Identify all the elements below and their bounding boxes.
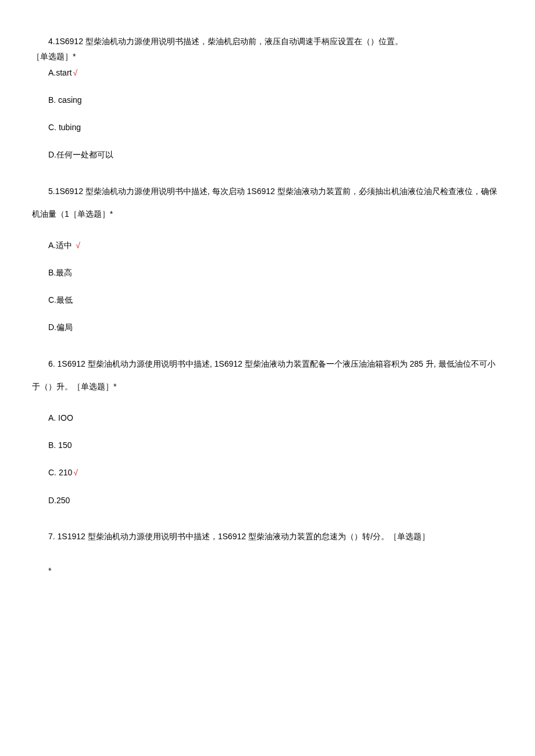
question-4: 4.1S6912 型柴油机动力源使用说明书描述，柴油机启动前，液压自动调速手柄应… <box>32 35 503 163</box>
correct-mark: √ <box>73 468 78 477</box>
option-a: A. IOO <box>32 411 503 425</box>
option-d: D.任何一处都可以 <box>32 148 503 162</box>
question-type-tag: ［单选题］* <box>32 50 503 63</box>
question-6: 6. 1S6912 型柴油机动力源使用说明书中描述, 1S6912 型柴油液动力… <box>32 353 503 508</box>
option-c: C.最低 <box>32 293 503 307</box>
option-label: C.最低 <box>48 295 73 304</box>
question-7: 7. 1S1912 型柴油机动力源使用说明书中描述，1S6912 型柴油液动力装… <box>32 525 503 582</box>
option-a: A.适中 √ <box>32 238 503 253</box>
option-b: B. 150 <box>32 438 503 453</box>
option-label: C. tubing <box>48 123 81 132</box>
question-trailing-asterisk: * <box>32 560 503 582</box>
correct-mark: √ <box>73 68 77 77</box>
option-c: C. 210√ <box>32 465 503 480</box>
option-label: C. 210 <box>48 468 72 477</box>
option-b: B.最高 <box>32 266 503 280</box>
option-label: A.start <box>48 68 72 77</box>
option-label: D.任何一处都可以 <box>48 150 113 159</box>
option-label: B. casing <box>48 95 82 105</box>
question-5: 5.1S6912 型柴油机动力源使用说明书中描述, 每次启动 1S6912 型柴… <box>32 180 503 335</box>
correct-mark: √ <box>76 241 80 250</box>
option-label: A.适中 <box>48 241 72 250</box>
option-d: D.偏局 <box>32 320 503 335</box>
option-c: C. tubing <box>32 120 503 135</box>
option-label: D.250 <box>48 496 70 505</box>
question-stem: 5.1S6912 型柴油机动力源使用说明书中描述, 每次启动 1S6912 型柴… <box>32 180 503 225</box>
option-label: B.最高 <box>48 268 72 277</box>
question-stem: 4.1S6912 型柴油机动力源使用说明书描述，柴油机启动前，液压自动调速手柄应… <box>32 35 503 48</box>
option-label: D.偏局 <box>48 323 73 332</box>
question-stem: 7. 1S1912 型柴油机动力源使用说明书中描述，1S6912 型柴油液动力装… <box>32 525 503 548</box>
option-label: B. 150 <box>48 440 72 450</box>
option-d: D.250 <box>32 493 503 508</box>
option-b: B. casing <box>32 93 503 108</box>
option-a: A.start√ <box>32 66 503 80</box>
question-stem: 6. 1S6912 型柴油机动力源使用说明书中描述, 1S6912 型柴油液动力… <box>32 353 503 398</box>
option-label: A. IOO <box>48 413 73 422</box>
